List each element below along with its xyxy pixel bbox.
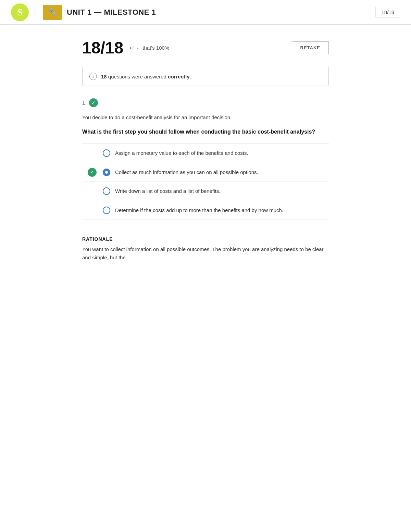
question-context: You decide to do a cost-benefit analysis… (82, 113, 329, 122)
score-row: 18/18 ↩ ← that's 100% RETAKE (82, 38, 329, 57)
question-number-row: 1 ✓ (82, 98, 329, 107)
main-content: 18/18 ↩ ← that's 100% RETAKE i 18 questi… (75, 25, 336, 282)
answer-options: Assign a monetary value to each of the b… (82, 144, 329, 220)
question-block: 1 ✓ You decide to do a cost-benefit anal… (82, 98, 329, 220)
answer-option-b[interactable]: ✓ Collect as much information as you can… (82, 163, 329, 182)
answer-option-c[interactable]: Write down a list of costs and a list of… (82, 182, 329, 201)
retake-button[interactable]: RETAKE (292, 41, 329, 54)
radio-d[interactable] (103, 207, 110, 214)
milestone-thumbnail: 🔧 (43, 5, 62, 20)
rationale-section: RATIONALE You want to collect informatio… (82, 232, 329, 262)
info-correctly: correctly (168, 74, 189, 79)
page-title: UNIT 1 — MILESTONE 1 (67, 8, 156, 17)
logo-icon: S (11, 3, 29, 21)
page-header: S 🔧 UNIT 1 — MILESTONE 1 18/18 (0, 0, 411, 25)
header-divider (36, 4, 36, 21)
question-correct-icon: ✓ (89, 98, 98, 107)
question-stem-underline: the first step (103, 129, 136, 135)
rationale-title: RATIONALE (82, 236, 329, 242)
question-stem: What is the first step you should follow… (82, 128, 329, 136)
answer-option-d[interactable]: Determine if the costs add up to more th… (82, 201, 329, 220)
question-number: 1 (82, 100, 85, 106)
header-score-badge: 18/18 (375, 7, 400, 17)
correct-indicator-b: ✓ (88, 168, 97, 177)
score-display: 18/18 (82, 38, 123, 57)
radio-a[interactable] (103, 149, 110, 157)
info-text: 18 questions were answered correctly. (101, 74, 191, 79)
answer-text-d: Determine if the costs add up to more th… (115, 207, 283, 214)
answer-text-a: Assign a monetary value to each of the b… (115, 149, 248, 157)
info-count: 18 (101, 74, 107, 79)
answer-text-b: Collect as much information as you can o… (115, 169, 258, 176)
score-label: ↩ ← that's 100% (129, 44, 169, 52)
rationale-text: You want to collect information on all p… (82, 245, 329, 262)
radio-b[interactable] (103, 169, 110, 176)
info-icon: i (89, 73, 97, 80)
radio-c[interactable] (103, 187, 110, 195)
arrow-icon: ↩ (129, 44, 135, 52)
info-box: i 18 questions were answered correctly. (82, 67, 329, 86)
answer-option-a[interactable]: Assign a monetary value to each of the b… (82, 144, 329, 163)
answer-text-c: Write down a list of costs and a list of… (115, 187, 220, 195)
